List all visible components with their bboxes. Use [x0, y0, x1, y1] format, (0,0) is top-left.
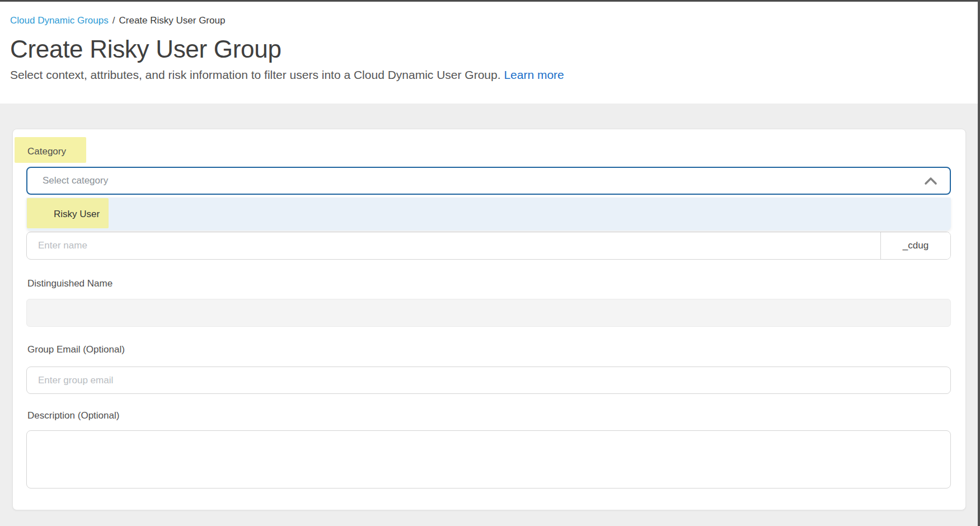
distinguished-name-input [26, 299, 951, 327]
distinguished-name-label: Distinguished Name [27, 278, 112, 289]
description-textarea[interactable] [26, 430, 951, 489]
breadcrumb-link-cloud-dynamic-groups[interactable]: Cloud Dynamic Groups [10, 15, 109, 26]
chevron-up-icon [924, 177, 937, 185]
window-edge-top [0, 0, 980, 2]
category-select[interactable]: Select category [26, 167, 951, 195]
group-name-suffix: _cdug [880, 232, 950, 259]
group-email-input[interactable] [26, 367, 951, 394]
create-group-form-card: Category Select category Risky User _cdu… [12, 129, 966, 510]
category-dropdown-panel: Risky User [26, 198, 951, 231]
description-label: Description (Optional) [27, 410, 119, 421]
breadcrumb-separator: / [112, 15, 115, 26]
page-subtitle: Select context, attributes, and risk inf… [10, 68, 978, 82]
breadcrumb-current: Create Risky User Group [119, 15, 225, 26]
page-title: Create Risky User Group [10, 35, 978, 63]
dropdown-option-label: Risky User [54, 209, 100, 220]
group-email-label: Group Email (Optional) [27, 344, 125, 355]
category-label: Category [27, 146, 66, 157]
learn-more-link[interactable]: Learn more [504, 68, 564, 81]
window-edge-right [978, 0, 980, 526]
dropdown-option-risky-user[interactable]: Risky User [26, 198, 951, 231]
breadcrumb: Cloud Dynamic Groups/Create Risky User G… [10, 15, 978, 26]
category-select-placeholder: Select category [43, 175, 924, 186]
page-header: Cloud Dynamic Groups/Create Risky User G… [0, 2, 978, 104]
page-subtitle-text: Select context, attributes, and risk inf… [10, 68, 501, 81]
group-name-input[interactable] [27, 232, 880, 259]
group-name-field: _cdug [26, 232, 951, 260]
